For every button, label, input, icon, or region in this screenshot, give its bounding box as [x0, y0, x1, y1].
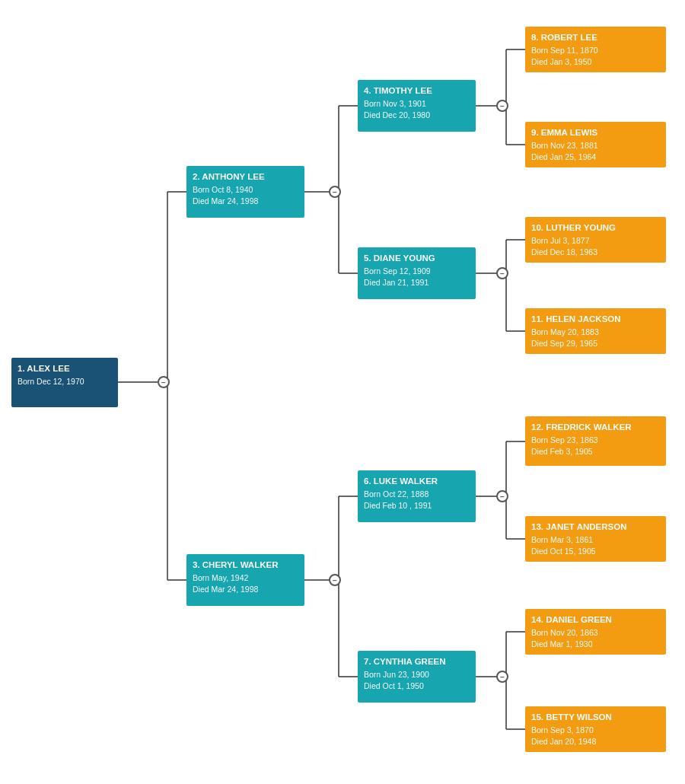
node-13-name: 13. JANET ANDERSON — [531, 521, 660, 533]
node-12: 12. FREDRICK WALKER Born Sep 23, 1863Die… — [525, 416, 666, 466]
connector-6: − — [496, 490, 508, 502]
node-14-dates: Born Nov 20, 1863Died Mar 1, 1930 — [531, 627, 660, 649]
node-12-dates: Born Sep 23, 1863Died Feb 3, 1905 — [531, 435, 660, 457]
family-tree: − − − − − − − 1. ALEX LEE Born Dec 12, 1… — [0, 0, 685, 784]
connector-1: − — [158, 376, 170, 388]
connector-3: − — [329, 574, 341, 586]
node-1: 1. ALEX LEE Born Dec 12, 1970 — [11, 358, 118, 407]
node-15-name: 15. BETTY WILSON — [531, 711, 660, 723]
node-2-dates: Born Oct 8, 1940Died Mar 24, 1998 — [193, 184, 298, 206]
node-11: 11. HELEN JACKSON Born May 20, 1883Died … — [525, 308, 666, 354]
node-10-dates: Born Jul 3, 1877Died Dec 18, 1963 — [531, 235, 660, 257]
node-2-name: 2. ANTHONY LEE — [193, 171, 298, 183]
node-13: 13. JANET ANDERSON Born Mar 3, 1861Died … — [525, 516, 666, 562]
node-15-dates: Born Sep 3, 1870Died Jan 20, 1948 — [531, 725, 660, 747]
node-1-name: 1. ALEX LEE — [18, 362, 112, 374]
connector-5: − — [496, 267, 508, 279]
node-11-dates: Born May 20, 1883Died Sep 29, 1965 — [531, 327, 660, 349]
node-9-dates: Born Nov 23, 1881Died Jan 25, 1964 — [531, 140, 660, 162]
node-3-name: 3. CHERYL WALKER — [193, 559, 298, 571]
node-4: 4. TIMOTHY LEE Born Nov 3, 1901Died Dec … — [358, 80, 476, 132]
node-11-name: 11. HELEN JACKSON — [531, 313, 660, 325]
node-2: 2. ANTHONY LEE Born Oct 8, 1940Died Mar … — [186, 166, 304, 218]
node-14: 14. DANIEL GREEN Born Nov 20, 1863Died M… — [525, 609, 666, 655]
node-4-name: 4. TIMOTHY LEE — [364, 84, 470, 97]
connector-2: − — [329, 186, 341, 198]
node-15: 15. BETTY WILSON Born Sep 3, 1870Died Ja… — [525, 706, 666, 752]
node-3-dates: Born May, 1942Died Mar 24, 1998 — [193, 572, 298, 594]
node-8: 8. ROBERT LEE Born Sep 11, 1870Died Jan … — [525, 27, 666, 72]
node-5-dates: Born Sep 12, 1909Died Jan 21, 1991 — [364, 266, 470, 288]
node-14-name: 14. DANIEL GREEN — [531, 613, 660, 626]
node-13-dates: Born Mar 3, 1861Died Oct 15, 1905 — [531, 534, 660, 556]
node-7-name: 7. CYNTHIA GREEN — [364, 655, 470, 668]
node-5: 5. DIANE YOUNG Born Sep 12, 1909Died Jan… — [358, 247, 476, 299]
node-5-name: 5. DIANE YOUNG — [364, 252, 470, 264]
connector-7: − — [496, 671, 508, 683]
node-6-dates: Born Oct 22, 1888Died Feb 10 , 1991 — [364, 489, 470, 511]
node-6: 6. LUKE WALKER Born Oct 22, 1888Died Feb… — [358, 470, 476, 522]
node-9-name: 9. EMMA LEWIS — [531, 126, 660, 139]
node-10-name: 10. LUTHER YOUNG — [531, 221, 660, 234]
node-12-name: 12. FREDRICK WALKER — [531, 421, 660, 433]
node-1-dates: Born Dec 12, 1970 — [18, 376, 112, 387]
node-3: 3. CHERYL WALKER Born May, 1942Died Mar … — [186, 554, 304, 606]
node-6-name: 6. LUKE WALKER — [364, 475, 470, 487]
node-9: 9. EMMA LEWIS Born Nov 23, 1881Died Jan … — [525, 122, 666, 167]
node-8-name: 8. ROBERT LEE — [531, 31, 660, 43]
connector-4: − — [496, 100, 508, 112]
node-7: 7. CYNTHIA GREEN Born Jun 23, 1900Died O… — [358, 651, 476, 703]
node-7-dates: Born Jun 23, 1900Died Oct 1, 1950 — [364, 669, 470, 691]
node-10: 10. LUTHER YOUNG Born Jul 3, 1877Died De… — [525, 217, 666, 263]
node-8-dates: Born Sep 11, 1870Died Jan 3, 1950 — [531, 45, 660, 67]
node-4-dates: Born Nov 3, 1901Died Dec 20, 1980 — [364, 98, 470, 120]
